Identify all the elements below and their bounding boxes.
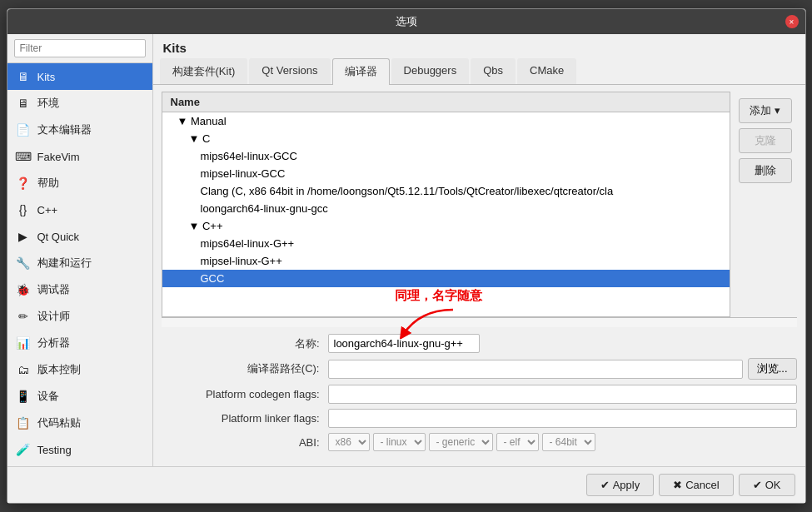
action-buttons: 添加 ▾克隆删除 [730,92,797,317]
tabs-bar: 构建套件(Kit)Qt Versions编译器DebuggersQbsCMake [153,58,805,85]
tree-panel: Name▼ Manual▼ Cmips64el-linux-GCCmipsel-… [162,92,730,317]
environment-icon: 🖥 [16,96,31,111]
designer-icon: ✏ [16,309,31,324]
sidebar-item-environment[interactable]: 🖥 环境 [7,90,152,117]
tab-qbs[interactable]: Qbs [471,58,516,84]
abi-selects: x86 - linux - generic - elf [328,433,595,451]
title-bar: 选项 × [7,9,805,34]
abi-label: ABI: [162,436,328,449]
tree-item[interactable]: ▼ Manual [162,112,730,130]
sidebar-item-cpp[interactable]: {} C++ [7,196,152,223]
cancel-button[interactable]: ✖Cancel [659,474,733,496]
tab-compilers[interactable]: 编译器 [332,58,390,85]
analyzer-icon: 📊 [16,336,31,350]
ok-button[interactable]: ✔OK [739,474,795,496]
tree-item[interactable]: mips64el-linux-GCC [162,147,730,165]
tree-item[interactable]: ▼ C++ [162,217,730,235]
tab-qt-versions[interactable]: Qt Versions [249,58,330,84]
tree-item[interactable]: loongarch64-linux-gnu-gcc [162,200,730,217]
codegen-input[interactable] [328,385,797,404]
add-button[interactable]: 添加 ▾ [739,98,792,123]
sidebar-item-label-analyzer: 分析器 [37,336,70,350]
sidebar-item-label-vcs: 版本控制 [37,362,81,377]
sidebar-item-label-text-editor: 文本编辑器 [37,122,92,137]
abi-select-format[interactable]: - elf [496,433,539,451]
sidebar-item-help[interactable]: ❓ 帮助 [7,170,152,196]
sidebar-item-build-run[interactable]: 🔧 构建和运行 [7,250,152,276]
sidebar: 🖥 Kits 🖥 环境 📄 文本编辑器 ⌨ FakeVim ❓ 帮助 {} C+… [7,34,153,466]
form-area: 名称: 同理，名字随意 [162,327,797,460]
tree-and-buttons: Name▼ Manual▼ Cmips64el-linux-GCCmipsel-… [162,92,797,317]
testing-icon: 🧪 [16,442,31,457]
form-row-compiler-path: 编译器路径(C): 浏览... [162,358,797,380]
sidebar-item-label-debugger: 调试器 [37,282,70,297]
sidebar-item-fakevim[interactable]: ⌨ FakeVim [7,143,152,170]
apply-button[interactable]: ✔Apply [586,474,655,496]
sidebar-item-label-designer: 设计师 [37,309,70,324]
delete-button[interactable]: 删除 [739,158,792,183]
vcs-icon: 🗂 [16,362,31,377]
sidebar-item-text-editor[interactable]: 📄 文本编辑器 [7,117,152,143]
sidebar-item-testing[interactable]: 🧪 Testing [7,436,152,463]
tree-item[interactable]: mipsel-linux-G++ [162,252,730,270]
ok-icon: ✔ [753,479,762,491]
panel-title: Kits [153,34,805,55]
filter-input[interactable] [14,39,146,57]
tab-kit[interactable]: 构建套件(Kit) [160,58,248,84]
sidebar-item-vcs[interactable]: 🗂 版本控制 [7,356,152,383]
sidebar-item-designer[interactable]: ✏ 设计师 [7,303,152,330]
sidebar-items: 🖥 Kits 🖥 环境 📄 文本编辑器 ⌨ FakeVim ❓ 帮助 {} C+… [7,63,152,466]
tree-item[interactable]: Clang (C, x86 64bit in /home/loongson/Qt… [162,182,730,200]
abi-select-os[interactable]: - linux [373,433,426,451]
apply-icon: ✔ [600,479,610,491]
linker-input[interactable] [328,409,797,428]
linker-label: Platform linker flags: [162,412,328,425]
abi-select-width[interactable]: - 64bit [542,433,595,451]
compiler-path-label: 编译器路径(C): [162,361,328,376]
cancel-label: Cancel [685,479,719,491]
kits-icon: 🖥 [16,69,31,84]
sidebar-item-analyzer[interactable]: 📊 分析器 [7,330,152,356]
browse-button[interactable]: 浏览... [748,358,797,380]
content-area: Name▼ Manual▼ Cmips64el-linux-GCCmipsel-… [153,85,805,466]
sidebar-item-label-fakevim: FakeVim [37,151,80,163]
close-button[interactable]: × [785,15,799,28]
filter-box [7,34,152,63]
name-label: 名称: [162,336,328,351]
sidebar-item-label-build-run: 构建和运行 [37,256,92,271]
codegen-label: Platform codegen flags: [162,388,328,400]
bottom-bar: ✔Apply✖Cancel✔OK [7,466,805,503]
sidebar-item-label-kits: Kits [37,71,56,83]
tree-item[interactable]: mips64el-linux-G++ [162,235,730,252]
clipboard-icon: 📋 [16,415,31,430]
devices-icon: 📱 [16,389,31,404]
ok-label: OK [765,479,781,491]
sidebar-item-qt-quick[interactable]: ▶ Qt Quick [7,223,152,250]
tree-item[interactable]: mipsel-linux-GCC [162,165,730,182]
tree-item[interactable]: ▼ C [162,130,730,147]
apply-label: Apply [613,479,640,491]
tree-item[interactable]: GCC [162,270,730,287]
clone-button: 克隆 [739,128,792,153]
abi-select-variant[interactable]: - generic [429,433,493,451]
sidebar-item-debugger[interactable]: 🐞 调试器 [7,276,152,303]
compiler-path-input[interactable] [328,360,743,379]
debugger-icon: 🐞 [16,282,31,297]
tree-header: Name [162,92,730,112]
cancel-icon: ✖ [673,479,682,491]
sidebar-item-clipboard[interactable]: 📋 代码粘贴 [7,410,152,436]
horizontal-scrollbar[interactable] [162,317,797,327]
name-input[interactable] [328,334,480,353]
tab-debuggers[interactable]: Debuggers [391,58,470,84]
cpp-icon: {} [16,202,31,217]
qt-quick-icon: ▶ [16,229,31,244]
fakevim-icon: ⌨ [16,149,31,164]
sidebar-item-kits[interactable]: 🖥 Kits [7,63,152,90]
sidebar-item-label-testing: Testing [37,444,72,456]
sidebar-item-devices[interactable]: 📱 设备 [7,383,152,410]
sidebar-item-label-help: 帮助 [37,176,59,191]
help-icon: ❓ [16,176,31,191]
tab-cmake[interactable]: CMake [517,58,576,84]
sidebar-item-label-environment: 环境 [37,96,59,111]
abi-select-arch[interactable]: x86 [328,433,370,451]
